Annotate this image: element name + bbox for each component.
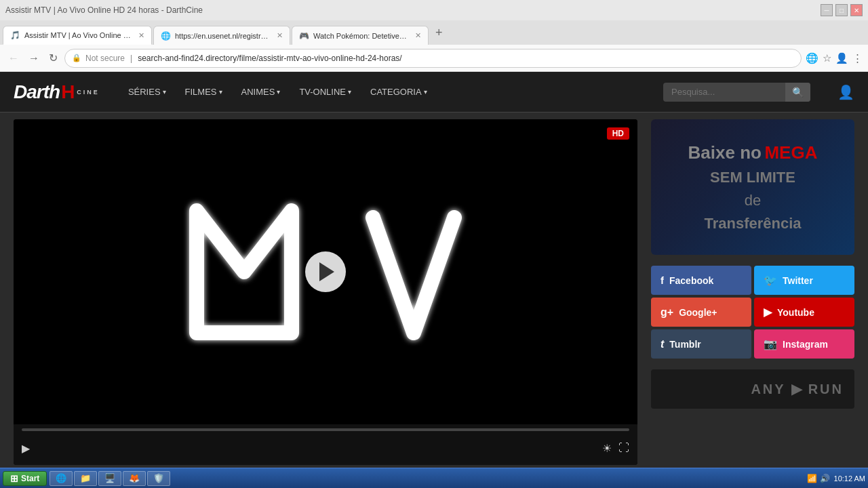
taskbar-items: 🌐 📁 🖥️ 🦊 🛡️ — [50, 471, 170, 486]
logo-cine: CINE — [77, 89, 100, 96]
tab-2[interactable]: 🌐 https://en.usenet.nl/registration/?u..… — [153, 26, 290, 45]
website: Darth H CINE SÉRIES ▾ FILMES ▾ ANIMES ▾ … — [0, 72, 868, 468]
tab-3-title: Watch Pokémon: Detetive Pikachu ( — [313, 32, 408, 40]
translate-button[interactable]: 🌐 — [806, 52, 818, 64]
browser-icons: 🌐 ☆ 👤 ⋮ — [806, 52, 863, 64]
new-tab-button[interactable]: + — [430, 26, 448, 40]
animes-arrow: ▾ — [277, 88, 280, 96]
logo-h: H — [61, 81, 74, 103]
search-input[interactable] — [663, 83, 785, 101]
tumblr-button[interactable]: t Tumblr — [651, 329, 751, 359]
user-button[interactable]: 👤 — [837, 84, 854, 100]
taskbar: ⊞ Start 🌐 📁 🖥️ 🦊 🛡️ 📶 🔊 10:12 AM — [0, 468, 868, 488]
nav-bar: ← → ↻ 🔒 Not secure | search-and-find24.d… — [0, 45, 868, 72]
system-tray: 📶 🔊 — [807, 474, 830, 483]
sidebar: Baixe no MEGA SEM LIMITE de Transferênci… — [651, 119, 854, 468]
twitter-icon: 🐦 — [764, 274, 777, 287]
tab-2-title: https://en.usenet.nl/registration/?u... — [175, 32, 270, 40]
anyrun-banner: ANY ▶ RUN — [651, 369, 854, 409]
nav-categoria[interactable]: CATEGORIA ▾ — [362, 81, 435, 102]
nav-animes[interactable]: ANIMES ▾ — [233, 81, 289, 102]
youtube-icon: ▶ — [764, 306, 772, 319]
forward-button[interactable]: → — [26, 51, 42, 66]
search-button[interactable]: 🔍 — [785, 83, 810, 102]
minimize-button[interactable]: ─ — [821, 4, 833, 16]
tab-3[interactable]: 🎮 Watch Pokémon: Detetive Pikachu ( ✕ — [292, 26, 429, 45]
instagram-button[interactable]: 📷 Instagram — [754, 329, 854, 359]
nav-filmes[interactable]: FILMES ▾ — [177, 81, 231, 102]
categoria-arrow: ▾ — [424, 88, 427, 96]
maximize-button[interactable]: □ — [835, 4, 848, 16]
reload-button[interactable]: ↻ — [46, 50, 60, 66]
clock: 10:12 AM — [834, 474, 865, 483]
menu-button[interactable]: ⋮ — [852, 52, 863, 64]
taskbar-antivirus[interactable]: 🛡️ — [147, 471, 170, 486]
tray-sound-icon: 🔊 — [820, 474, 830, 483]
profile-button[interactable]: 👤 — [835, 52, 848, 64]
instagram-icon: 📷 — [764, 338, 777, 350]
site-header: Darth H CINE SÉRIES ▾ FILMES ▾ ANIMES ▾ … — [0, 72, 868, 113]
tab-1-favicon: 🎵 — [10, 30, 20, 40]
bookmark-button[interactable]: ☆ — [823, 52, 831, 64]
play-icon — [319, 262, 334, 281]
ie-icon: 🌐 — [56, 473, 66, 483]
facebook-icon: f — [660, 274, 664, 286]
back-button[interactable]: ← — [5, 51, 22, 66]
ad-banner: Baixe no MEGA SEM LIMITE de Transferênci… — [651, 119, 854, 255]
tab-bar: 🎵 Assistir MTV | Ao Vivo Online HD 24 ..… — [0, 20, 868, 45]
folder-icon: 📁 — [80, 473, 91, 483]
tab-1[interactable]: 🎵 Assistir MTV | Ao Vivo Online HD 24 ..… — [3, 26, 152, 45]
shield-icon: 🛡️ — [153, 473, 164, 483]
window-title: Assistir MTV | Ao Vivo Online HD 24 hora… — [5, 5, 203, 15]
taskbar-firefox[interactable]: 🦊 — [123, 471, 146, 486]
security-text: Not secure — [85, 54, 125, 63]
tab-2-close[interactable]: ✕ — [277, 31, 283, 40]
window-controls: ─ □ ✕ — [821, 4, 863, 16]
tab-1-close[interactable]: ✕ — [138, 31, 144, 40]
tv-arrow: ▾ — [348, 88, 351, 96]
title-bar: Assistir MTV | Ao Vivo Online HD 24 hora… — [0, 0, 868, 20]
brightness-button[interactable]: ☀ — [602, 442, 612, 455]
fullscreen-button[interactable]: ⛶ — [618, 442, 629, 454]
nav-series[interactable]: SÉRIES ▾ — [120, 81, 174, 102]
security-indicator: 🔒 — [72, 54, 81, 62]
ad-transferencia: Transferência — [704, 215, 801, 232]
anyrun-play-icon: ▶ — [791, 380, 803, 398]
taskbar-explorer[interactable]: 📁 — [74, 471, 97, 486]
close-button[interactable]: ✕ — [850, 4, 863, 16]
video-progress-area — [14, 424, 637, 431]
series-arrow: ▾ — [163, 88, 166, 96]
video-controls: ▶ ☀ ⛶ — [14, 431, 637, 465]
play-button-overlay[interactable] — [305, 251, 346, 292]
youtube-button[interactable]: ▶ Youtube — [754, 298, 854, 327]
play-control-button[interactable]: ▶ — [22, 442, 30, 455]
tray-network-icon: 📶 — [807, 474, 817, 483]
site-nav: SÉRIES ▾ FILMES ▾ ANIMES ▾ TV-ONLINE ▾ C… — [120, 81, 435, 102]
search-bar: 🔍 — [663, 83, 810, 102]
site-logo[interactable]: Darth H CINE — [14, 81, 100, 103]
taskbar-ie[interactable]: 🌐 — [50, 471, 73, 486]
tab-3-close[interactable]: ✕ — [415, 31, 421, 40]
ad-de: de — [745, 192, 761, 209]
anyrun-run-text: RUN — [808, 382, 844, 397]
filmes-arrow: ▾ — [219, 88, 222, 96]
tab-3-favicon: 🎮 — [299, 31, 309, 41]
video-container: HD ▶ ☀ ⛶ — [14, 119, 637, 465]
ad-line1: Baixe no MEGA — [688, 142, 818, 163]
tab-2-favicon: 🌐 — [161, 31, 171, 41]
start-button[interactable]: ⊞ Start — [3, 471, 47, 486]
tumblr-icon: t — [660, 338, 664, 350]
ad-sem-limite: SEM LIMITE — [710, 169, 795, 186]
facebook-button[interactable]: f Facebook — [651, 266, 751, 295]
url-text: search-and-find24.directory/filme/assist… — [138, 54, 401, 63]
video-section: HD ▶ ☀ ⛶ Video Sources 1294 Views — [14, 119, 637, 468]
firefox-icon: 🦊 — [129, 473, 140, 483]
tab-1-title: Assistir MTV | Ao Vivo Online HD 24 ... — [24, 31, 132, 39]
googleplus-icon: g+ — [660, 306, 673, 319]
twitter-button[interactable]: 🐦 Twitter — [754, 266, 854, 295]
address-bar[interactable]: 🔒 Not secure | search-and-find24.directo… — [64, 49, 802, 68]
taskbar-monitor[interactable]: 🖥️ — [98, 471, 121, 486]
hd-badge: HD — [607, 127, 629, 140]
googleplus-button[interactable]: g+ Google+ — [651, 298, 751, 327]
nav-tv-online[interactable]: TV-ONLINE ▾ — [291, 81, 359, 102]
